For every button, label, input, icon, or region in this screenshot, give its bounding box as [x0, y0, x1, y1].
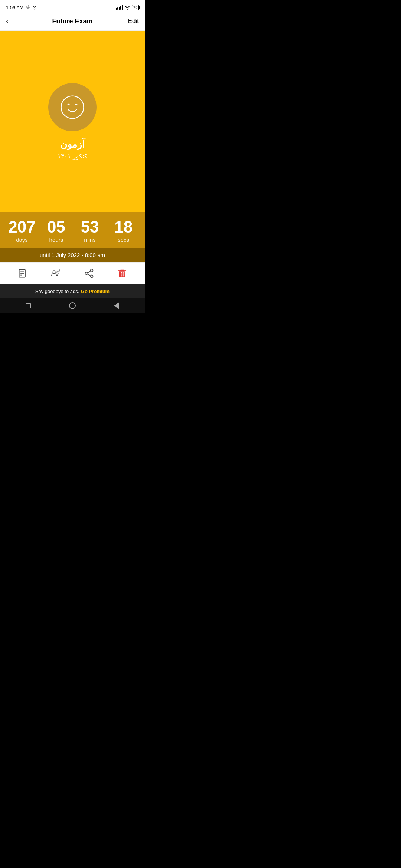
secs-label: secs: [118, 237, 129, 243]
go-premium-link[interactable]: Go Premium: [81, 289, 110, 294]
nav-circle-icon: [69, 302, 76, 309]
mute-icon: [25, 5, 30, 10]
friends-button[interactable]: 0: [50, 268, 61, 279]
smiley-icon: [58, 92, 87, 122]
share-button[interactable]: [84, 268, 95, 279]
edit-button[interactable]: Edit: [123, 17, 139, 25]
status-icons: 70: [116, 5, 139, 10]
countdown-mins: 53 mins: [77, 219, 103, 243]
until-bar: until 1 July 2022 - 8:00 am: [0, 248, 145, 262]
svg-line-15: [88, 274, 90, 276]
svg-line-0: [26, 6, 29, 9]
nav-square-button[interactable]: [24, 301, 33, 310]
mins-label: mins: [84, 237, 96, 243]
hours-label: hours: [49, 237, 63, 243]
notes-button[interactable]: [17, 268, 28, 279]
exam-subtitle: کنکور ۱۴۰۱: [58, 152, 87, 160]
countdown-section: 207 days 05 hours 53 mins 18 secs: [0, 212, 145, 248]
status-bar: 1:06 AM: [0, 0, 145, 13]
friends-count-badge: 0: [58, 268, 60, 273]
signal-icon: [116, 5, 123, 10]
secs-value: 18: [114, 219, 133, 235]
ad-banner: Say goodbye to ads. Go Premium: [0, 284, 145, 298]
svg-point-13: [90, 275, 93, 278]
page-title: Future Exam: [52, 17, 92, 25]
main-area: آزمون کنکور ۱۴۰۱: [0, 31, 145, 212]
status-time: 1:06 AM: [6, 5, 37, 10]
svg-point-11: [90, 269, 93, 272]
days-value: 207: [8, 219, 35, 235]
share-icon: [84, 268, 95, 279]
nav-square-icon: [26, 303, 31, 308]
wifi-icon: [124, 5, 130, 10]
exam-name: آزمون: [60, 139, 85, 150]
svg-line-14: [88, 271, 90, 273]
bottom-toolbar: 0: [0, 262, 145, 284]
nav-triangle-icon: [114, 302, 119, 309]
hours-value: 05: [47, 219, 65, 235]
until-text: until 1 July 2022 - 8:00 am: [40, 252, 105, 258]
svg-point-4: [61, 96, 84, 118]
nav-back-button[interactable]: [112, 301, 121, 310]
delete-icon: [117, 268, 128, 279]
svg-point-12: [85, 272, 88, 275]
back-button[interactable]: ‹: [6, 16, 22, 26]
mins-value: 53: [81, 219, 99, 235]
ad-text: Say goodbye to ads.: [35, 289, 79, 294]
nav-home-button[interactable]: [68, 301, 77, 310]
battery-icon: 70: [132, 5, 139, 10]
countdown-hours: 05 hours: [43, 219, 69, 243]
svg-point-9: [53, 271, 55, 273]
nav-bar: [0, 298, 145, 313]
delete-button[interactable]: [117, 268, 128, 279]
emoji-avatar: [48, 83, 97, 131]
alarm-icon: [32, 5, 37, 10]
countdown-secs: 18 secs: [111, 219, 137, 243]
days-label: days: [16, 237, 28, 243]
notes-icon: [17, 268, 28, 279]
header: ‹ Future Exam Edit: [0, 13, 145, 31]
countdown-days: 207 days: [8, 219, 35, 243]
